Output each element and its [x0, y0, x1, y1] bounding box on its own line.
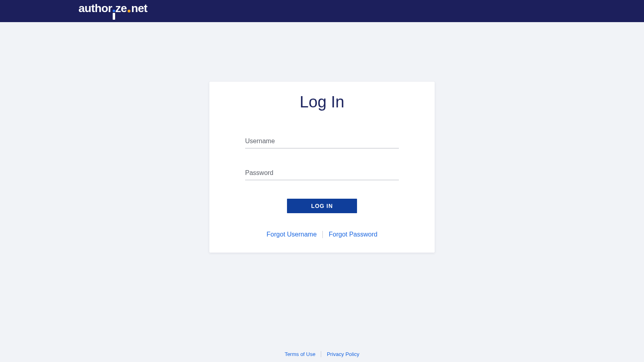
forgot-username-link[interactable]: Forgot Username [262, 231, 321, 238]
brand-logo: author ze net [78, 3, 147, 20]
terms-link[interactable]: Terms of Use [281, 351, 320, 357]
page-title: Log In [222, 93, 422, 111]
divider-vertical-icon [321, 351, 321, 357]
top-bar: author ze net [0, 0, 644, 22]
password-input[interactable] [245, 167, 399, 180]
brand-text-suffix: ze [116, 3, 127, 14]
brand-text-prefix: author [78, 3, 112, 14]
login-button[interactable]: LOG IN [287, 199, 357, 213]
forgot-password-link[interactable]: Forgot Password [325, 231, 382, 238]
privacy-link[interactable]: Privacy Policy [323, 351, 363, 357]
divider-vertical-icon [322, 231, 323, 238]
login-card: Log In LOG IN Forgot Username Forgot Pas… [209, 82, 435, 253]
username-input[interactable] [245, 135, 399, 148]
brand-tld: net [131, 3, 147, 14]
brand-letter-i-icon [113, 10, 115, 20]
brand-period-icon [128, 10, 130, 12]
footer: Terms of Use Privacy Policy [0, 351, 644, 357]
